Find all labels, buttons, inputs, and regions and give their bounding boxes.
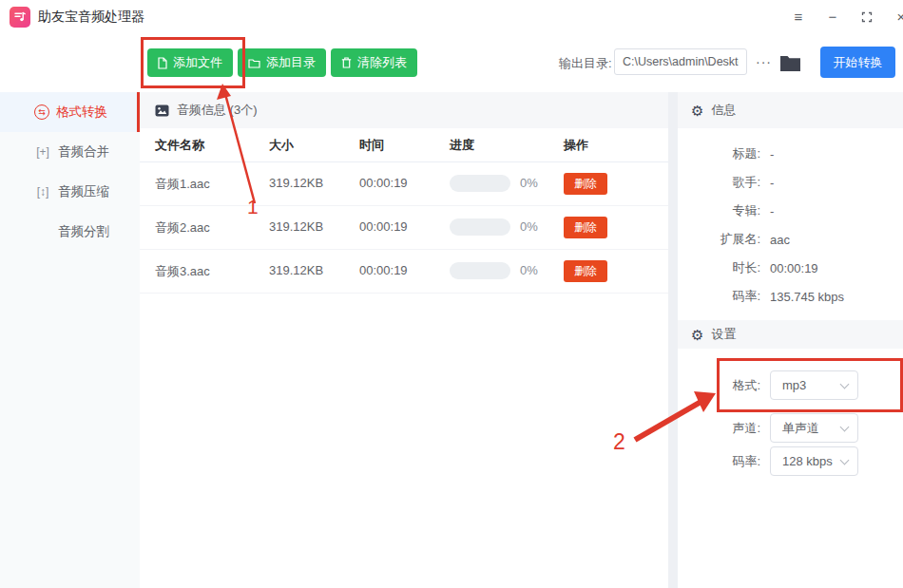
delete-button[interactable]: 删除	[564, 173, 607, 195]
channel-setting-row: 声道: 单声道	[678, 413, 903, 443]
file-icon	[158, 57, 167, 69]
gear-icon: ⚙	[691, 328, 703, 342]
info-label: 标题:	[678, 145, 760, 162]
chevron-down-icon	[840, 456, 850, 465]
file-size: 319.12KB	[269, 176, 323, 190]
bitrate-value: 128 kbps	[782, 447, 833, 475]
output-dir-input[interactable]	[614, 48, 747, 75]
progress-percent: 0%	[520, 176, 538, 190]
file-size: 319.12KB	[269, 263, 323, 277]
sidebar-item-audio-split[interactable]: 音频分割	[0, 212, 140, 252]
settings-title: 设置	[711, 326, 736, 343]
title-bar: 助友宝音频处理器 ≡ − ×	[0, 0, 903, 35]
progress-bar	[450, 262, 510, 279]
info-value: 00:00:19	[770, 261, 818, 275]
progress-percent: 0%	[520, 219, 538, 234]
info-section-header: ⚙ 信息	[678, 92, 903, 128]
sidebar-item-label: 音频合并	[58, 143, 109, 161]
format-label: 格式:	[678, 370, 760, 400]
info-label: 码率:	[678, 288, 760, 305]
channel-value: 单声道	[782, 414, 819, 442]
menu-icon[interactable]: ≡	[787, 0, 810, 34]
gear-icon: ⚙	[691, 104, 703, 118]
close-icon[interactable]: ×	[890, 0, 903, 34]
minimize-icon[interactable]: −	[821, 0, 844, 34]
trash-icon	[341, 57, 352, 68]
info-label: 时长:	[678, 259, 760, 276]
audio-compress-icon: [↕]	[34, 185, 51, 199]
col-progress: 进度	[450, 137, 474, 154]
format-select[interactable]: mp3	[770, 370, 858, 400]
channel-label: 声道:	[678, 413, 760, 443]
sidebar-item-audio-merge[interactable]: [+] 音频合并	[0, 132, 140, 172]
start-convert-button[interactable]: 开始转换	[820, 47, 895, 78]
file-time: 00:00:19	[359, 176, 408, 190]
info-value: -	[770, 176, 774, 190]
channel-select[interactable]: 单声道	[770, 413, 858, 443]
folder-icon	[248, 58, 260, 68]
toolbar: 添加文件 添加目录 清除列表 输出目录: ···	[0, 34, 903, 92]
settings-section-header: ⚙ 设置	[678, 320, 903, 349]
col-time: 时间	[359, 137, 384, 154]
add-file-label: 添加文件	[173, 54, 222, 71]
sidebar-item-format-convert[interactable]: ⇆ 格式转换	[0, 92, 140, 132]
output-dir-label: 输出目录:	[559, 34, 612, 92]
add-file-button[interactable]: 添加文件	[147, 48, 233, 77]
table-row: 音频2.aac 319.12KB 00:00:19 0% 删除	[140, 206, 668, 250]
info-settings-panel: ⚙ 信息 标题:- 歌手:- 专辑:- 扩展名:aac 时长:00:00:19 …	[678, 92, 903, 588]
clear-list-button[interactable]: 清除列表	[331, 48, 417, 77]
info-label: 扩展名:	[678, 231, 760, 248]
clear-list-label: 清除列表	[357, 54, 407, 71]
info-value: -	[770, 147, 774, 161]
table-row: 音频1.aac 319.12KB 00:00:19 0% 删除	[140, 162, 668, 206]
info-title: 信息	[711, 102, 736, 119]
col-size: 大小	[269, 137, 294, 154]
info-value: aac	[770, 233, 790, 247]
info-value: 135.745 kbps	[770, 290, 844, 304]
app-title: 助友宝音频处理器	[38, 0, 144, 33]
app-window: 助友宝音频处理器 ≡ − × 添加文件 添加目录	[0, 0, 903, 588]
file-name: 音频1.aac	[155, 176, 210, 193]
progress-bar	[450, 175, 510, 192]
col-filename: 文件名称	[155, 137, 204, 154]
sidebar-item-audio-compress[interactable]: [↕] 音频压缩	[0, 172, 140, 212]
sidebar: ⇆ 格式转换 [+] 音频合并 [↕] 音频压缩 音频分割	[0, 92, 140, 588]
table-header-row: 文件名称 大小 时间 进度 操作	[140, 128, 668, 162]
bitrate-select[interactable]: 128 kbps	[770, 446, 858, 476]
table-row: 音频3.aac 319.12KB 00:00:19 0% 删除	[140, 250, 668, 294]
delete-button[interactable]: 删除	[564, 260, 607, 282]
audio-merge-icon: [+]	[34, 145, 51, 159]
open-folder-icon[interactable]	[779, 54, 801, 76]
info-fields: 标题:- 歌手:- 专辑:- 扩展名:aac 时长:00:00:19 码率:13…	[678, 140, 903, 311]
info-label: 歌手:	[678, 174, 760, 191]
app-logo-icon	[10, 7, 30, 28]
file-name: 音频3.aac	[155, 263, 210, 280]
file-time: 00:00:19	[359, 219, 408, 234]
list-image-icon	[155, 104, 169, 117]
file-time: 00:00:19	[359, 263, 408, 277]
file-size: 319.12KB	[269, 219, 323, 234]
file-list-panel: 音频信息 (3个) 文件名称 大小 时间 进度 操作 音频1.aac 319.1…	[140, 92, 668, 588]
delete-button[interactable]: 删除	[564, 217, 607, 238]
maximize-icon[interactable]	[855, 0, 878, 34]
audio-info-title: 音频信息 (3个)	[177, 102, 258, 119]
file-name: 音频2.aac	[155, 219, 210, 237]
add-directory-label: 添加目录	[266, 54, 316, 71]
chevron-down-icon	[840, 423, 850, 432]
sidebar-item-label: 格式转换	[56, 104, 107, 121]
info-value: -	[770, 204, 774, 218]
sidebar-item-label: 音频分割	[58, 223, 109, 240]
info-label: 专辑:	[678, 202, 760, 219]
audio-info-section-header: 音频信息 (3个)	[140, 92, 668, 128]
add-directory-button[interactable]: 添加目录	[238, 48, 326, 77]
progress-percent: 0%	[520, 263, 538, 277]
chevron-down-icon	[840, 380, 850, 389]
bitrate-label: 码率:	[678, 446, 760, 476]
format-value: mp3	[782, 371, 806, 399]
format-setting-row: 格式: mp3	[678, 370, 903, 400]
format-convert-icon: ⇆	[34, 104, 49, 120]
progress-bar	[450, 218, 510, 236]
browse-ellipsis-button[interactable]: ···	[756, 34, 772, 89]
bitrate-setting-row: 码率: 128 kbps	[678, 446, 903, 476]
col-action: 操作	[564, 137, 588, 154]
